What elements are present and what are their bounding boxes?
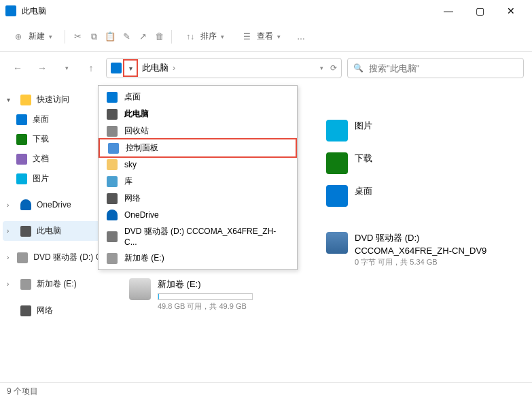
close-button[interactable]: ✕	[495, 0, 527, 22]
sidebar-item-desktop[interactable]: 桌面	[3, 110, 113, 129]
sidebar-item-quick-access[interactable]: ▾ 快速访问	[3, 90, 113, 110]
sidebar-item-downloads[interactable]: 下载	[3, 129, 113, 149]
disk-icon	[20, 279, 31, 290]
picture-icon	[326, 120, 348, 141]
lib-icon	[107, 176, 118, 187]
folder-item-downloads[interactable]: 下载	[323, 150, 507, 177]
chevron-down-icon: ▾	[221, 33, 224, 40]
statusbar: 9 个项目	[0, 382, 532, 400]
sidebar-item-onedrive[interactable]: › OneDrive	[3, 195, 113, 214]
paste-icon[interactable]: 📋	[103, 31, 117, 43]
window-buttons: — ▢ ✕	[433, 0, 527, 22]
item-title: 下载	[355, 152, 372, 165]
dropdown-label: 控制面板	[126, 142, 158, 154]
drive-item-dvd[interactable]: DVD 驱动器 (D:) CCCOMA_X64FRE_ZH-CN_DV9 0 字…	[323, 229, 507, 270]
dropdown-label: 库	[124, 176, 132, 187]
sidebar-item-new-volume[interactable]: › 新加卷 (E:)	[3, 274, 113, 294]
chevron-down-icon[interactable]: ▾	[320, 65, 323, 71]
dropdown-item[interactable]: 桌面	[99, 88, 297, 105]
blue-icon	[107, 92, 118, 103]
dvd-icon	[107, 231, 118, 242]
plus-icon: ⊕	[12, 31, 24, 43]
address-segment[interactable]: 此电脑	[142, 62, 169, 74]
cut-icon[interactable]: ✂	[71, 31, 84, 43]
chevron-right-icon: ›	[7, 227, 15, 235]
refresh-icon[interactable]: ⟳	[330, 63, 337, 73]
folder-icon	[107, 159, 118, 170]
view-button[interactable]: ☰ 查看 ▾	[234, 27, 287, 47]
item-sub: 0 字节 可用，共 5.34 GB	[355, 257, 486, 267]
dropdown-item[interactable]: 库	[99, 173, 297, 190]
chevron-down-icon: ▾	[49, 33, 52, 40]
rename-icon[interactable]: ✎	[120, 31, 133, 43]
folder-item-pictures[interactable]: 图片	[323, 117, 507, 144]
search-icon: 🔍	[353, 63, 363, 73]
maximize-button[interactable]: ▢	[464, 0, 495, 22]
chevron-down-icon: ▾	[129, 65, 132, 72]
item-title-2: CCCOMA_X64FRE_ZH-CN_DV9	[355, 246, 486, 256]
separator	[65, 30, 65, 44]
dropdown-item[interactable]: DVD 驱动器 (D:) CCCOMA_X64FRE_ZH-C...	[99, 223, 297, 250]
dropdown-item[interactable]: 此电脑	[99, 105, 297, 122]
dropdown-item[interactable]: OneDrive	[99, 207, 297, 223]
search-box[interactable]: 🔍	[347, 58, 524, 78]
minimize-button[interactable]: —	[433, 0, 464, 22]
recent-dropdown[interactable]: ▾	[57, 59, 76, 78]
cp-icon	[108, 143, 119, 154]
chevron-down-icon: ▾	[7, 96, 15, 103]
sidebar-label: 此电脑	[37, 225, 61, 237]
search-input[interactable]	[369, 63, 518, 73]
chevron-right-icon: ›	[7, 201, 15, 209]
sidebar-label: 新加卷 (E:)	[37, 278, 77, 290]
download-icon	[326, 152, 348, 174]
address-dropdown-button[interactable]: ▾	[123, 59, 138, 77]
view-icon: ☰	[241, 31, 253, 43]
new-button[interactable]: ⊕ 新建 ▾	[5, 27, 59, 47]
sidebar-label: DVD 驱动器 (D:) CC	[33, 252, 107, 263]
delete-icon[interactable]: 🗑	[152, 31, 166, 43]
sidebar-item-this-pc[interactable]: › 此电脑	[3, 221, 113, 241]
navbar: ← → ▾ ↑ ▾ 此电脑 › ▾ ⟳ 🔍	[0, 52, 532, 84]
sidebar-label: 网络	[37, 305, 53, 316]
dropdown-label: sky	[124, 160, 137, 169]
sidebar-item-pictures[interactable]: 图片	[3, 169, 113, 188]
forward-button[interactable]: →	[33, 59, 52, 78]
separator	[171, 30, 172, 44]
dropdown-label: DVD 驱动器 (D:) CCCOMA_X64FRE_ZH-C...	[124, 226, 289, 247]
chevron-right-icon: ›	[7, 280, 15, 288]
address-bar[interactable]: ▾ 此电脑 › ▾ ⟳	[106, 58, 342, 78]
copy-icon[interactable]: ⧉	[87, 31, 101, 43]
sidebar-item-dvd[interactable]: › DVD 驱动器 (D:) CC	[3, 248, 113, 267]
window-title: 此电脑	[22, 5, 433, 17]
breadcrumb-sep[interactable]: ›	[173, 63, 175, 73]
dropdown-item[interactable]: 回收站	[99, 122, 297, 139]
net-icon	[107, 193, 118, 204]
app-icon	[5, 5, 16, 16]
sidebar-label: 文档	[33, 153, 49, 165]
dvd-icon	[17, 252, 28, 263]
desktop-icon	[16, 114, 27, 125]
download-icon	[16, 134, 27, 145]
dropdown-item[interactable]: sky	[99, 156, 297, 173]
toolbar: ⊕ 新建 ▾ ✂ ⧉ 📋 ✎ ↗ 🗑 ↑↓ 排序 ▾ ☰ 查看 ▾ …	[0, 22, 532, 52]
up-button[interactable]: ↑	[82, 59, 101, 78]
sort-button[interactable]: ↑↓ 排序 ▾	[177, 27, 231, 47]
folder-item-desktop[interactable]: 桌面	[323, 182, 507, 210]
share-icon[interactable]: ↗	[136, 31, 149, 43]
sidebar-item-documents[interactable]: 文档	[3, 149, 113, 169]
drive-item-e[interactable]: 新加卷 (E:) 49.8 GB 可用，共 49.9 GB	[126, 276, 310, 314]
chevron-right-icon: ›	[7, 254, 12, 261]
cloud-icon	[107, 210, 118, 220]
desktop-icon	[326, 185, 348, 207]
dvd-icon	[326, 232, 348, 254]
sidebar-label: 下载	[33, 133, 49, 145]
back-button[interactable]: ←	[8, 59, 27, 78]
sidebar-item-network[interactable]: › 网络	[3, 301, 113, 320]
disk-icon	[107, 253, 118, 264]
more-button[interactable]: …	[290, 28, 312, 46]
dropdown-item[interactable]: 控制面板	[99, 138, 297, 158]
sidebar-label: 图片	[33, 173, 49, 184]
sidebar-label: OneDrive	[37, 200, 71, 210]
dropdown-item[interactable]: 新加卷 (E:)	[99, 250, 297, 267]
dropdown-item[interactable]: 网络	[99, 190, 297, 207]
